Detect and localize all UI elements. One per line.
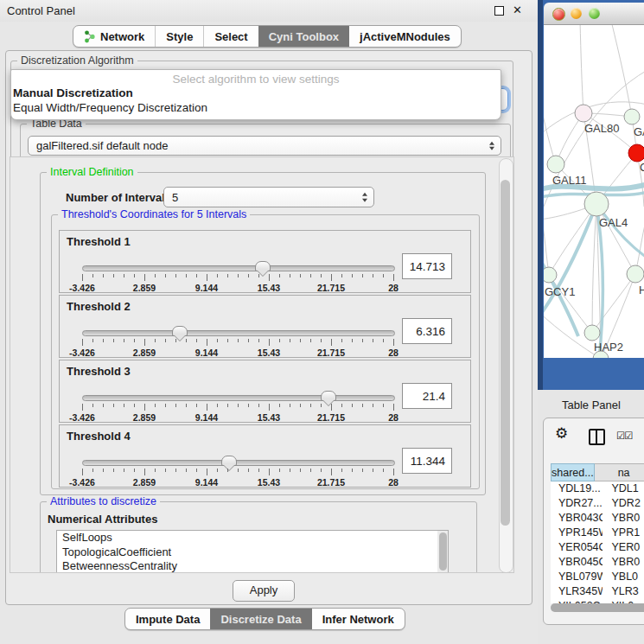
cell-name[interactable]: YDR2: [603, 496, 644, 511]
table-row[interactable]: YLR345WYLR3: [551, 584, 644, 599]
attribute-item[interactable]: SelfLoops: [57, 531, 448, 545]
network-edge[interactable]: [544, 198, 549, 275]
slider-track[interactable]: [82, 460, 395, 466]
network-edge[interactable]: [549, 275, 592, 333]
cell-name[interactable]: YPR1: [603, 526, 644, 540]
network-node-ga[interactable]: [624, 109, 640, 124]
tab-network-label: Network: [100, 30, 144, 43]
algorithm-option-manual[interactable]: Manual Discretization: [11, 86, 501, 100]
horizontal-scrollbar[interactable]: [551, 603, 644, 612]
network-edge[interactable]: [580, 25, 583, 113]
network-edge-highlighted[interactable]: [544, 204, 596, 317]
cell-shared-name[interactable]: YPR145W: [551, 526, 603, 540]
list-scrollbar[interactable]: [437, 531, 448, 573]
float-window-icon[interactable]: [494, 6, 504, 16]
cell-name[interactable]: YBR0: [603, 555, 644, 570]
slider-track[interactable]: [82, 395, 395, 401]
network-node-hap2[interactable]: [584, 325, 600, 341]
tab-discretize-data[interactable]: Discretize Data: [210, 609, 311, 629]
table-row[interactable]: YBR043CYBR0: [551, 511, 644, 526]
attribute-item[interactable]: TopologicalCoefficient: [57, 545, 448, 560]
table-row[interactable]: YPR145WYPR1: [551, 526, 644, 540]
node-attribute-table[interactable]: shared... na YDL19...YDL1YDR27...YDR2YBR…: [551, 463, 644, 603]
numerical-attributes-list[interactable]: SelfLoopsTopologicalCoefficientBetweenne…: [56, 530, 449, 573]
apply-button[interactable]: Apply: [233, 580, 295, 602]
window-frame-edge: [538, 0, 543, 390]
gear-icon[interactable]: ⚙: [555, 424, 568, 443]
vertical-scrollbar-thumb[interactable]: [501, 180, 510, 526]
bottom-tab-strip: Impute Data Discretize Data Infer Networ…: [124, 608, 405, 630]
cell-name[interactable]: YBL0: [603, 570, 644, 584]
network-edge[interactable]: [611, 25, 632, 117]
list-scrollbar-thumb[interactable]: [439, 532, 447, 571]
cell-name[interactable]: YER0: [603, 540, 644, 555]
threshold-2-value[interactable]: 6.316: [402, 318, 452, 344]
network-node-gal4[interactable]: [584, 192, 609, 216]
column-header-name[interactable]: na: [595, 463, 644, 481]
network-node-gcy1[interactable]: [544, 267, 557, 283]
slider-thumb[interactable]: [172, 326, 188, 336]
tab-jactivemnodules[interactable]: jActiveMNodules: [349, 26, 461, 47]
cell-shared-name[interactable]: YBR045C: [551, 555, 603, 570]
cell-shared-name[interactable]: YBL079W: [551, 570, 603, 584]
cell-shared-name[interactable]: YDL19...: [551, 481, 603, 496]
network-edge[interactable]: [544, 86, 556, 164]
cell-shared-name[interactable]: YDR27...: [551, 496, 603, 511]
tab-style[interactable]: Style: [155, 26, 203, 47]
cell-shared-name[interactable]: YLR345W: [551, 584, 603, 599]
table-data-combobox[interactable]: galFiltered.sif default node: [28, 136, 501, 156]
network-edge[interactable]: [592, 204, 596, 333]
algorithm-option-equal-width[interactable]: Equal Width/Frequency Discretization: [11, 100, 501, 115]
slider-thumb[interactable]: [255, 261, 271, 271]
mac-minimize-button[interactable]: [571, 8, 582, 19]
threshold-3-value[interactable]: 21.4: [402, 383, 452, 409]
cell-name[interactable]: YDL1: [603, 481, 644, 496]
threshold-1-value[interactable]: 14.713: [402, 253, 452, 279]
network-node-c[interactable]: [628, 144, 644, 162]
vertical-scrollbar[interactable]: [499, 158, 513, 573]
mac-close-button[interactable]: [552, 8, 565, 21]
table-row[interactable]: YER054CYER0: [551, 540, 644, 555]
slider-ticks: [82, 404, 393, 411]
table-row[interactable]: YDR27...YDR2: [551, 496, 644, 511]
cyni-toolbox-panel: Discretization Algorithm Table Data galF…: [5, 50, 532, 605]
column-header-shared-name[interactable]: shared...: [551, 463, 595, 481]
tab-impute-data[interactable]: Impute Data: [125, 609, 210, 629]
slider-track[interactable]: [82, 330, 395, 336]
table-panel-section: Table Panel ⚙ ☑☑ shared... na YDL19...YD…: [538, 390, 644, 644]
network-window-titlebar[interactable]: [544, 3, 644, 25]
close-icon[interactable]: ✕: [513, 3, 522, 16]
cell-shared-name[interactable]: YER054C: [551, 540, 603, 555]
tab-select[interactable]: Select: [203, 26, 258, 47]
threshold-4-value[interactable]: 11.344: [402, 448, 452, 474]
tab-network[interactable]: Network: [73, 26, 155, 47]
threshold-1-slider[interactable]: -3.4262.8599.14415.4321.71528: [82, 262, 393, 291]
slider-thumb[interactable]: [221, 456, 237, 466]
slider-track[interactable]: [82, 265, 395, 271]
slider-thumb[interactable]: [321, 391, 336, 401]
tab-infer-network[interactable]: Infer Network: [312, 609, 405, 629]
network-node-gal11[interactable]: [547, 156, 564, 173]
interval-definition-title: Interval Definition: [47, 166, 137, 178]
cell-name[interactable]: YBR0: [603, 511, 644, 526]
threshold-4-slider[interactable]: -3.4262.8599.14415.4321.71528: [82, 456, 393, 486]
threshold-2-slider[interactable]: -3.4262.8599.14415.4321.71528: [82, 327, 393, 356]
threshold-3-slider[interactable]: -3.4262.8599.14415.4321.71528: [82, 392, 393, 421]
split-columns-icon[interactable]: [589, 429, 605, 445]
network-edge[interactable]: [549, 204, 596, 275]
table-row[interactable]: YDL19...YDL1: [551, 481, 644, 496]
slider-ticks: [82, 339, 393, 347]
column-select-icon[interactable]: ☑☑: [616, 430, 633, 442]
number-of-intervals-combobox[interactable]: 5: [163, 187, 374, 207]
cell-name[interactable]: YLR3: [603, 584, 644, 599]
network-node-h[interactable]: [627, 265, 644, 283]
network-canvas[interactable]: GAL80GACGAL11GAL4GCY1HHAP2: [544, 25, 644, 358]
table-row[interactable]: YBR045CYBR0: [551, 555, 644, 570]
horizontal-scrollbar-thumb[interactable]: [551, 603, 644, 612]
attribute-item[interactable]: BetweennessCentrality: [57, 559, 448, 573]
cell-shared-name[interactable]: YBR043C: [551, 511, 603, 526]
network-node-gal80[interactable]: [575, 105, 592, 122]
tab-cyni-toolbox[interactable]: Cyni Toolbox: [258, 26, 349, 47]
mac-zoom-button[interactable]: [589, 8, 600, 19]
table-row[interactable]: YBL079WYBL0: [551, 570, 644, 584]
